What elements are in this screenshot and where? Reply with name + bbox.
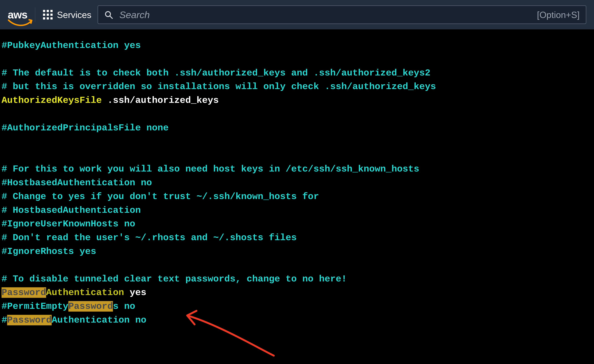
config-key: AuthorizedKeysFile (1, 95, 102, 106)
aws-navbar: aws Services [Option+S] (0, 0, 594, 29)
aws-smile-icon (8, 19, 34, 28)
search-kbd-hint: [Option+S] (537, 10, 580, 20)
config-line: # but this is overridden so installation… (1, 81, 436, 92)
search-highlight: Password (7, 315, 52, 325)
config-value: yes (124, 287, 146, 298)
config-line: #HostbasedAuthentication no (1, 177, 152, 188)
apps-grid-icon (43, 10, 53, 20)
services-menu[interactable]: Services (43, 10, 91, 20)
config-line: # HostbasedAuthentication (1, 205, 141, 216)
config-line: Authentication (52, 315, 130, 325)
terminal-editor[interactable]: #PubkeyAuthentication yes # The default … (0, 29, 594, 327)
services-label: Services (57, 10, 91, 20)
config-line: #IgnoreRhosts yes (1, 246, 96, 257)
config-line: # The default is to check both .ssh/auth… (1, 68, 430, 78)
search-input[interactable] (119, 9, 531, 20)
config-line: #AuthorizedPrincipalsFile none (1, 123, 169, 133)
search-highlight: Password (68, 301, 113, 312)
config-file-content: #PubkeyAuthentication yes # The default … (1, 39, 593, 327)
config-line: # Don't read the user's ~/.rhosts and ~/… (1, 232, 297, 243)
config-line: #PubkeyAuthentication yes (1, 40, 141, 51)
search-highlight: Password (1, 287, 46, 298)
global-search[interactable]: [Option+S] (98, 5, 586, 24)
config-line: # (1, 315, 7, 325)
svg-line-1 (110, 16, 112, 18)
aws-logo[interactable]: aws (8, 9, 27, 20)
navbar-divider (35, 7, 35, 22)
config-value: no (130, 315, 146, 325)
config-line: #IgnoreUserKnownHosts no (1, 219, 135, 229)
config-value: no (119, 301, 135, 312)
config-line: # (1, 301, 7, 312)
search-icon (104, 10, 113, 19)
config-key: Authentication (46, 287, 124, 298)
config-value: .ssh/authorized_keys (102, 95, 219, 106)
config-line: # For this to work you will also need ho… (1, 164, 419, 174)
config-line: s (113, 301, 119, 312)
config-line: PermitEmpty (7, 301, 68, 312)
config-line: # Change to yes if you don't trust ~/.ss… (1, 191, 319, 202)
config-line: # To disable tunneled clear text passwor… (1, 274, 347, 284)
